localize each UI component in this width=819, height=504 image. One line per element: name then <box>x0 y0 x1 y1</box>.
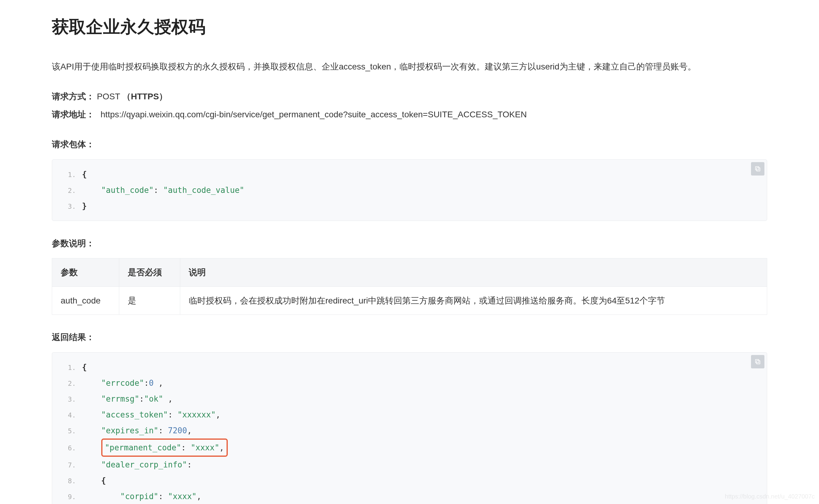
line-number: 1. <box>61 361 82 374</box>
code-text: { <box>82 359 87 375</box>
page-title: 获取企业永久授权码 <box>52 12 767 41</box>
code-text: "permanent_code": "xxxx", <box>82 438 228 457</box>
svg-rect-3 <box>756 360 759 363</box>
line-number: 3. <box>61 393 82 406</box>
code-text: } <box>82 198 87 214</box>
line-number: 4. <box>61 409 82 422</box>
code-line: 1.{ <box>61 359 758 375</box>
svg-rect-2 <box>757 360 760 364</box>
code-text: { <box>82 473 106 488</box>
line-number: 7. <box>61 459 82 472</box>
code-text: "expires_in": 7200, <box>82 423 192 438</box>
code-line: 2. "auth_code": "auth_code_value" <box>61 182 758 198</box>
request-url-label: 请求地址： <box>52 110 94 119</box>
code-text: "auth_code": "auth_code_value" <box>82 182 244 198</box>
code-line: 8. { <box>61 473 758 488</box>
request-method-label: 请求方式： <box>52 92 94 101</box>
table-header: 是否必须 <box>119 258 180 287</box>
params-table: 参数 是否必须 说明 auth_code 是 临时授权码，会在授权成功时附加在r… <box>52 258 767 315</box>
result-code: 1.{2. "errcode":0 ,3. "errmsg":"ok" ,4. … <box>52 352 767 504</box>
code-line: 5. "expires_in": 7200, <box>61 423 758 438</box>
code-line: 7. "dealer_corp_info": <box>61 457 758 473</box>
line-number: 8. <box>61 474 82 488</box>
svg-rect-0 <box>757 168 760 171</box>
request-protocol: （HTTPS） <box>122 92 167 101</box>
code-text: "corpid": "xxxx", <box>82 488 201 504</box>
code-text: "access_token": "xxxxxx", <box>82 407 220 423</box>
request-url-value: https://qyapi.weixin.qq.com/cgi-bin/serv… <box>101 110 527 119</box>
result-title: 返回结果： <box>52 330 767 345</box>
line-number: 9. <box>61 490 82 504</box>
code-line: 6. "permanent_code": "xxxx", <box>61 438 758 457</box>
table-cell: auth_code <box>52 286 119 315</box>
code-text: "errmsg":"ok" , <box>82 391 173 407</box>
params-title: 参数说明： <box>52 236 767 251</box>
code-line: 3.} <box>61 198 758 214</box>
table-row: auth_code 是 临时授权码，会在授权成功时附加在redirect_uri… <box>52 286 767 315</box>
request-url-line: 请求地址： https://qyapi.weixin.qq.com/cgi-bi… <box>52 107 767 122</box>
table-cell: 是 <box>119 286 180 315</box>
code-line: 2. "errcode":0 , <box>61 375 758 391</box>
code-line: 1.{ <box>61 166 758 182</box>
svg-rect-1 <box>756 166 759 170</box>
request-body-code: 1.{2. "auth_code": "auth_code_value"3.} <box>52 159 767 221</box>
table-header: 说明 <box>180 258 767 287</box>
line-number: 6. <box>61 442 82 455</box>
request-method-value: POST <box>97 92 120 101</box>
code-line: 4. "access_token": "xxxxxx", <box>61 407 758 423</box>
code-text: "dealer_corp_info": <box>82 457 192 473</box>
copy-icon[interactable] <box>751 162 764 176</box>
code-text: { <box>82 166 87 182</box>
code-text: "errcode":0 , <box>82 375 163 391</box>
request-body-title: 请求包体： <box>52 137 767 152</box>
line-number: 1. <box>61 168 82 182</box>
code-line: 3. "errmsg":"ok" , <box>61 391 758 407</box>
line-number: 2. <box>61 377 82 390</box>
line-number: 3. <box>61 200 82 213</box>
code-line: 9. "corpid": "xxxx", <box>61 488 758 504</box>
description-text: 该API用于使用临时授权码换取授权方的永久授权码，并换取授权信息、企业acces… <box>52 59 767 74</box>
line-number: 2. <box>61 184 82 197</box>
copy-icon[interactable] <box>751 355 764 368</box>
line-number: 5. <box>61 424 82 438</box>
table-cell: 临时授权码，会在授权成功时附加在redirect_uri中跳转回第三方服务商网站… <box>180 286 767 315</box>
request-method-line: 请求方式： POST （HTTPS） <box>52 89 767 104</box>
table-header: 参数 <box>52 258 119 287</box>
